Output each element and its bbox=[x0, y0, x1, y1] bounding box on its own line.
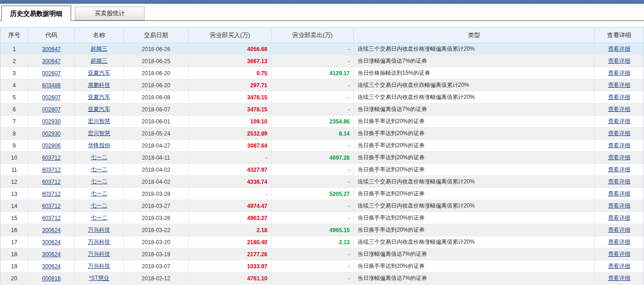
stock-name-link[interactable]: 亚夏汽车 bbox=[88, 93, 110, 101]
view-detail-link[interactable]: 查看详细 bbox=[608, 166, 631, 174]
trade-date: 2018-06-25 bbox=[124, 55, 189, 67]
stock-name-link[interactable]: 亚夏汽车 bbox=[88, 105, 110, 113]
stock-name-link[interactable]: 超频三 bbox=[91, 45, 107, 53]
sell-amount: 4965.15 bbox=[330, 227, 350, 233]
buy-amount: 0.75 bbox=[257, 70, 267, 77]
stock-code-link[interactable]: 300624 bbox=[42, 251, 60, 258]
stock-name-link[interactable]: 宏川智慧 bbox=[88, 117, 110, 125]
stock-name-link[interactable]: 华锋股份 bbox=[88, 142, 110, 149]
alert-type-text: 当日涨幅偏离值达7%的证券 bbox=[354, 272, 595, 284]
view-detail-link[interactable]: 查看详细 bbox=[608, 238, 631, 246]
stock-code-link[interactable]: 002930 bbox=[42, 130, 60, 137]
alert-type-text: 当日涨幅偏离值达7%的证券 bbox=[354, 55, 595, 67]
stock-code-link[interactable]: 002607 bbox=[42, 106, 60, 113]
tab-buy-sell-stats[interactable]: 买卖股统计 bbox=[75, 6, 145, 20]
stock-name-link[interactable]: 七一二 bbox=[91, 214, 107, 222]
stock-name-link[interactable]: 七一二 bbox=[91, 166, 107, 174]
stock-code-link[interactable]: 603712 bbox=[42, 155, 60, 161]
stock-code-link[interactable]: 300624 bbox=[42, 239, 60, 246]
view-detail-link[interactable]: 查看详细 bbox=[608, 202, 631, 210]
stock-code-link[interactable]: 603712 bbox=[42, 167, 60, 173]
stock-name-link[interactable]: 七一二 bbox=[91, 154, 107, 162]
stock-code-link[interactable]: 002607 bbox=[42, 94, 60, 101]
stock-code-link[interactable]: 603712 bbox=[42, 179, 60, 185]
table-row: 6 002607 亚夏汽车 2018-06-07 3478.15 - 当日涨幅偏… bbox=[0, 104, 644, 116]
stock-name-link[interactable]: 万兴科技 bbox=[88, 238, 110, 246]
stock-code-link[interactable]: 002930 bbox=[42, 118, 60, 125]
trade-date: 2018-03-27 bbox=[124, 200, 189, 212]
stock-code-link[interactable]: 002607 bbox=[42, 70, 60, 77]
history-trade-table: 序号 代码 名称 交易日期 营业部买入(万) 营业部卖出(万) 类型 查看详细 … bbox=[0, 27, 644, 285]
view-detail-link[interactable]: 查看详细 bbox=[608, 69, 631, 77]
view-detail-link[interactable]: 查看详细 bbox=[608, 262, 631, 270]
view-detail-link[interactable]: 查看详细 bbox=[608, 57, 631, 65]
stock-name-link[interactable]: 展鹏科技 bbox=[88, 81, 110, 89]
tab-history-trade-detail[interactable]: 历史交易数据明细 bbox=[1, 6, 71, 21]
trade-date: 2018-06-07 bbox=[124, 104, 189, 115]
stock-code-link[interactable]: 603712 bbox=[42, 203, 60, 209]
stock-name-link[interactable]: 七一二 bbox=[91, 202, 107, 210]
view-detail-link[interactable]: 查看详细 bbox=[608, 45, 631, 53]
table-row: 14 603712 七一二 2018-03-27 4974.47 - 连续三个交… bbox=[0, 200, 644, 212]
trade-date: 2018-05-24 bbox=[124, 128, 189, 139]
stock-name-link[interactable]: 亚夏汽车 bbox=[88, 69, 110, 77]
row-seq-number: 2 bbox=[0, 55, 28, 67]
buy-amount: 2.18 bbox=[257, 227, 267, 233]
header-buy: 营业部买入(万) bbox=[189, 27, 272, 43]
view-detail-link[interactable]: 查看详细 bbox=[608, 214, 631, 222]
view-detail-link[interactable]: 查看详细 bbox=[608, 226, 631, 234]
trade-date: 2018-04-02 bbox=[124, 176, 189, 188]
stock-name-link[interactable]: 万兴科技 bbox=[88, 226, 110, 234]
table-row: 8 002930 宏川智慧 2018-05-24 2532.89 8.14 当日… bbox=[0, 128, 644, 140]
stock-code-link[interactable]: 300624 bbox=[42, 227, 60, 233]
stock-code-link[interactable]: 300647 bbox=[42, 58, 60, 65]
stock-name-link[interactable]: *ST慧业 bbox=[89, 274, 109, 282]
buy-amount: - bbox=[266, 155, 267, 161]
stock-name-link[interactable]: 万兴科技 bbox=[88, 250, 110, 258]
buy-amount: 297.71 bbox=[250, 82, 267, 89]
stock-name-link[interactable]: 万兴科技 bbox=[88, 262, 110, 270]
row-seq-number: 14 bbox=[0, 200, 28, 212]
buy-amount: 4963.27 bbox=[247, 215, 267, 221]
stock-name-link[interactable]: 七一二 bbox=[91, 190, 107, 198]
stock-name-link[interactable]: 七一二 bbox=[91, 178, 107, 186]
stock-code-link[interactable]: 603712 bbox=[42, 215, 60, 221]
view-detail-link[interactable]: 查看详细 bbox=[608, 105, 631, 113]
table-row: 3 002607 亚夏汽车 2018-06-20 0.75 4129.17 当日… bbox=[0, 67, 644, 79]
buy-amount: 1033.97 bbox=[247, 263, 267, 270]
header-date: 交易日期 bbox=[124, 27, 189, 43]
stock-code-link[interactable]: 000816 bbox=[42, 275, 60, 282]
view-detail-link[interactable]: 查看详细 bbox=[608, 81, 631, 89]
table-row: 12 603712 七一二 2018-04-02 4336.74 - 连续三个交… bbox=[0, 176, 644, 188]
view-detail-link[interactable]: 查看详细 bbox=[608, 117, 631, 125]
stock-code-link[interactable]: 603488 bbox=[42, 82, 60, 89]
stock-code-link[interactable]: 603712 bbox=[42, 191, 60, 197]
view-detail-link[interactable]: 查看详细 bbox=[608, 250, 631, 258]
tab-strip: 历史交易数据明细 买卖股统计 bbox=[0, 4, 644, 21]
row-seq-number: 1 bbox=[0, 43, 28, 55]
header-action: 查看详细 bbox=[595, 27, 644, 43]
view-detail-link[interactable]: 查看详细 bbox=[608, 190, 631, 198]
buy-amount: 3087.64 bbox=[247, 142, 267, 149]
alert-type-text: 当日换手率达到20%的证券 bbox=[354, 116, 595, 127]
view-detail-link[interactable]: 查看详细 bbox=[608, 130, 631, 137]
sell-amount: 4697.28 bbox=[330, 155, 350, 161]
table-row: 1 300647 超频三 2018-06-26 4056.68 - 连续三个交易… bbox=[0, 43, 644, 55]
sell-amount: - bbox=[348, 167, 350, 173]
view-detail-link[interactable]: 查看详细 bbox=[608, 274, 631, 282]
stock-code-link[interactable]: 300647 bbox=[42, 46, 60, 52]
view-detail-link[interactable]: 查看详细 bbox=[608, 142, 631, 149]
trade-date: 2018-06-20 bbox=[124, 79, 189, 91]
view-detail-link[interactable]: 查看详细 bbox=[608, 93, 631, 101]
stock-code-link[interactable]: 300624 bbox=[42, 263, 60, 270]
stock-name-link[interactable]: 宏川智慧 bbox=[88, 130, 110, 137]
trade-date: 2018-04-11 bbox=[124, 152, 189, 163]
trade-date: 2018-04-02 bbox=[124, 164, 189, 175]
sell-amount: - bbox=[348, 179, 350, 185]
stock-name-link[interactable]: 超频三 bbox=[91, 57, 107, 65]
stock-code-link[interactable]: 002806 bbox=[42, 142, 60, 149]
view-detail-link[interactable]: 查看详细 bbox=[608, 178, 631, 186]
row-seq-number: 11 bbox=[0, 164, 28, 175]
view-detail-link[interactable]: 查看详细 bbox=[608, 154, 631, 162]
buy-amount: 3478.15 bbox=[247, 106, 267, 113]
